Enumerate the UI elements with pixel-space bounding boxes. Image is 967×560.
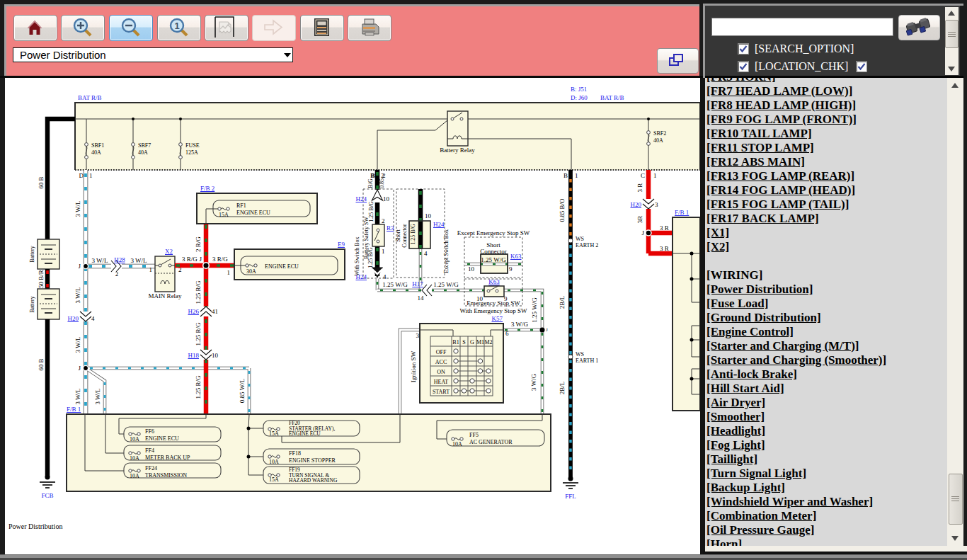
svg-text:B: J51: B: J51: [571, 86, 587, 93]
svg-text:TRANSMISSION: TRANSMISSION: [145, 472, 187, 479]
svg-text:3 R/G: 3 R/G: [182, 256, 198, 263]
svg-text:1.25 W/G: 1.25 W/G: [481, 256, 506, 263]
svg-text:J: J: [78, 365, 81, 372]
svg-text:3 W/L: 3 W/L: [74, 388, 81, 404]
svg-text:4: 4: [383, 273, 387, 280]
svg-text:3 R: 3 R: [660, 224, 669, 232]
svg-text:60 B: 60 B: [38, 176, 45, 188]
svg-text:9: 9: [509, 265, 513, 273]
svg-text:With Emergency Stop SW: With Emergency Stop SW: [459, 307, 527, 314]
svg-text:1.25 R/G: 1.25 R/G: [195, 280, 202, 304]
svg-text:1: 1: [174, 21, 179, 31]
svg-text:1: 1: [227, 269, 231, 276]
svg-text:M1: M1: [476, 339, 484, 345]
svg-text:X2: X2: [165, 248, 173, 255]
svg-text:Except Emergency Stop SW: Except Emergency Stop SW: [457, 229, 530, 236]
svg-text:H24: H24: [356, 195, 367, 202]
svg-text:3 W/L: 3 W/L: [91, 257, 108, 264]
svg-text:1.25 R/G: 1.25 R/G: [195, 375, 202, 399]
svg-text:J: J: [641, 229, 644, 236]
svg-text:HEAT: HEAT: [434, 379, 449, 385]
svg-text:FUSE: FUSE: [185, 142, 200, 149]
svg-text:3 W/L: 3 W/L: [94, 388, 101, 404]
svg-text:J: J: [78, 263, 81, 270]
svg-text:40A: 40A: [653, 137, 663, 144]
svg-text:S: S: [462, 339, 465, 345]
svg-text:H17: H17: [412, 280, 423, 287]
svg-text:K63: K63: [510, 253, 522, 260]
svg-text:Ignition SW: Ignition SW: [410, 350, 417, 382]
svg-text:METER BACK UP: METER BACK UP: [145, 455, 190, 461]
svg-text:H18: H18: [188, 352, 200, 359]
svg-text:FF5: FF5: [469, 432, 479, 438]
svg-text:ENGINE ECU: ENGINE ECU: [265, 263, 299, 270]
svg-text:C: C: [641, 172, 645, 179]
svg-text:BAT R/B: BAT R/B: [78, 94, 102, 101]
svg-text:40A: 40A: [91, 149, 101, 156]
svg-text:FFL: FFL: [565, 493, 576, 500]
svg-text:ENGINE ECU: ENGINE ECU: [145, 435, 179, 442]
svg-text:3 W/L: 3 W/L: [74, 336, 81, 353]
svg-text:60 B: 60 B: [38, 358, 45, 370]
svg-text:H20: H20: [631, 201, 642, 208]
svg-text:4: 4: [424, 250, 428, 257]
svg-text:1: 1: [575, 172, 578, 179]
svg-text:10: 10: [468, 265, 475, 273]
svg-text:H28: H28: [114, 256, 125, 263]
svg-text:2: 2: [381, 172, 384, 179]
svg-text:3 R: 3 R: [636, 183, 643, 193]
svg-text:H20: H20: [68, 315, 79, 322]
svg-text:14: 14: [418, 295, 425, 302]
svg-text:50 B/R: 50 B/R: [38, 270, 45, 288]
svg-text:3: 3: [655, 201, 658, 208]
svg-text:ENGINE STOPPER: ENGINE STOPPER: [289, 457, 336, 464]
svg-text:ENGINE ECU: ENGINE ECU: [289, 430, 321, 437]
svg-text:4: 4: [91, 315, 95, 322]
svg-text:EARTH 1: EARTH 1: [576, 358, 598, 364]
svg-text:0.85 B/O: 0.85 B/O: [559, 198, 566, 222]
svg-text:Except Switch Box: Except Switch Box: [443, 229, 450, 273]
svg-text:SBF7: SBF7: [138, 142, 151, 149]
svg-text:EARTH 2: EARTH 2: [576, 242, 598, 248]
svg-text:10A: 10A: [452, 441, 462, 447]
svg-text:WS: WS: [576, 236, 584, 242]
svg-text:K63: K63: [488, 278, 500, 285]
svg-text:Battery Relay: Battery Relay: [440, 147, 475, 154]
svg-text:SBF1: SBF1: [91, 142, 104, 149]
svg-text:10A: 10A: [130, 455, 139, 462]
svg-text:3 W/L: 3 W/L: [74, 287, 81, 303]
svg-text:AC GENERATOR: AC GENERATOR: [469, 439, 513, 445]
svg-text:E9: E9: [338, 241, 345, 248]
svg-text:FF24: FF24: [145, 465, 157, 472]
svg-text:MAIN Relay: MAIN Relay: [148, 292, 182, 299]
svg-text:1: 1: [89, 172, 93, 179]
svg-text:10A: 10A: [130, 436, 139, 442]
svg-text:Battery Safety SW: Battery Safety SW: [363, 217, 370, 259]
svg-text:H24: H24: [433, 221, 445, 228]
svg-text:ACC: ACC: [435, 359, 447, 365]
svg-text:125A: 125A: [185, 149, 198, 156]
svg-text:FF18: FF18: [289, 450, 301, 457]
svg-text:3 R/G: 3 R/G: [212, 256, 228, 263]
svg-text:BAT R/B: BAT R/B: [600, 94, 624, 101]
svg-text:10: 10: [383, 195, 390, 202]
svg-text:1.25 W/G: 1.25 W/G: [433, 281, 459, 288]
svg-text:HAZARD WARNING: HAZARD WARNING: [289, 477, 338, 484]
svg-text:2B/L: 2B/L: [559, 296, 566, 309]
svg-text:ON: ON: [437, 369, 445, 375]
svg-text:Emergency Stop SW: Emergency Stop SW: [467, 299, 520, 307]
svg-text:Short: Short: [395, 229, 401, 242]
svg-text:M2: M2: [484, 339, 492, 345]
svg-text:10A: 10A: [130, 473, 139, 479]
svg-text:With Switch Box: With Switch Box: [354, 236, 360, 275]
svg-text:41: 41: [212, 308, 218, 315]
svg-text:J: J: [546, 327, 548, 333]
svg-text:B1: B1: [452, 339, 459, 345]
svg-text:B: B: [563, 172, 568, 179]
svg-text:2B/L: 2B/L: [559, 382, 566, 395]
svg-text:3 W/L: 3 W/L: [130, 257, 147, 264]
svg-text:3 W/L: 3 W/L: [74, 200, 81, 217]
svg-text:F/B 1: F/B 1: [675, 209, 689, 216]
svg-text:3 R: 3 R: [660, 245, 669, 252]
svg-text:R3: R3: [387, 224, 394, 232]
